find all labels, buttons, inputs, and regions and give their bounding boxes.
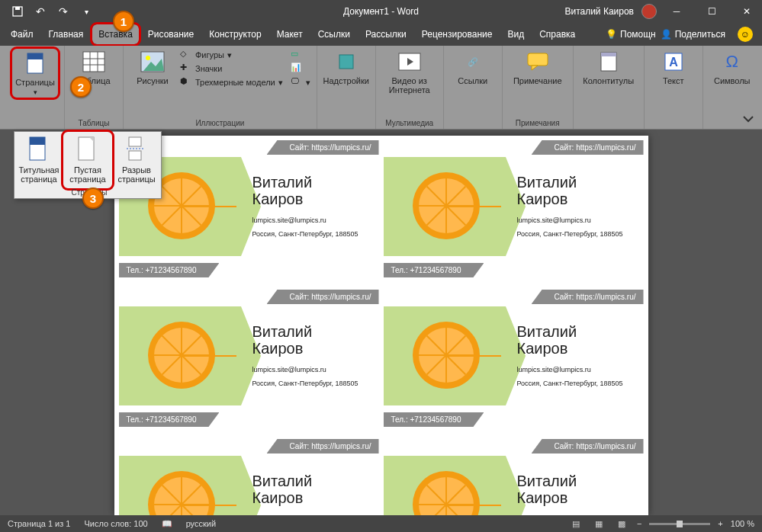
card-address: Россия, Санкт-Петербург, 188505	[252, 380, 358, 387]
tab-layout[interactable]: Макет	[271, 24, 309, 44]
user-avatar[interactable]	[641, 4, 657, 19]
addins-icon	[333, 49, 359, 75]
business-card: Сайт: https://lumpics.ru/ ВиталийКаировl…	[384, 290, 644, 434]
status-word-count[interactable]: Число слов: 100	[84, 519, 147, 528]
addins-button[interactable]: Надстройки	[323, 49, 369, 85]
pictures-button[interactable]: Рисунки	[130, 49, 175, 85]
page-break-button[interactable]: Разрыв страницы	[112, 132, 161, 188]
smartart-button[interactable]: ▭	[291, 49, 310, 61]
tab-references[interactable]: Ссылки	[312, 24, 356, 44]
card-address: Россия, Санкт-Петербург, 188505	[517, 230, 623, 238]
qat-more-icon[interactable]: ▾	[76, 2, 96, 21]
tell-me[interactable]: 💡Помощн	[606, 29, 656, 40]
screenshot-button[interactable]: 🖵▾	[291, 76, 310, 88]
redo-icon[interactable]: ↷	[53, 2, 73, 21]
web-layout-icon[interactable]: ▩	[614, 518, 629, 530]
3d-label: Трехмерные модели	[195, 78, 275, 87]
tab-file[interactable]: Файл	[5, 24, 40, 44]
maximize-button[interactable]: ☐	[696, 0, 727, 23]
chart-button[interactable]: 📊	[291, 62, 310, 75]
status-language[interactable]: русский	[186, 519, 216, 528]
business-card: Сайт: https://lumpics.ru/ ВиталийКаировl…	[119, 439, 379, 515]
chevron-down-icon: ▾	[34, 88, 37, 96]
business-card: Сайт: https://lumpics.ru/ ВиталийКаировl…	[384, 140, 644, 285]
tab-mailings[interactable]: Рассылки	[359, 24, 413, 44]
lightbulb-icon: 💡	[606, 29, 617, 40]
annotation-badge-3: 3	[82, 187, 104, 209]
zoom-out-icon[interactable]: −	[637, 519, 641, 528]
smartart-icon: ▭	[291, 49, 303, 61]
feedback-icon[interactable]: ☺	[738, 27, 753, 42]
close-button[interactable]: ✕	[731, 0, 762, 23]
print-layout-icon[interactable]: ▦	[591, 518, 606, 530]
blank-page-icon	[76, 136, 99, 164]
document-title: Документ1 - Word	[343, 6, 419, 17]
header-footer-icon	[596, 49, 622, 75]
collapse-ribbon-icon[interactable]	[742, 114, 754, 124]
illustrations-group-label: Иллюстрации	[195, 117, 244, 127]
shapes-icon: ◇	[180, 49, 192, 61]
text-icon: A	[661, 49, 686, 75]
svg-rect-18	[601, 53, 616, 56]
page-break-label: Разрыв страницы	[115, 165, 158, 184]
tab-review[interactable]: Рецензирование	[416, 24, 499, 44]
icons-button[interactable]: ✚Значки	[180, 62, 283, 75]
chart-icon: 📊	[291, 62, 303, 75]
text-button[interactable]: A Текст	[651, 49, 696, 85]
status-page[interactable]: Страница 1 из 1	[8, 519, 70, 528]
blank-page-button[interactable]: Пустая страница	[63, 132, 112, 188]
svg-text:A: A	[669, 56, 678, 69]
online-video-button[interactable]: Видео из Интернета	[382, 49, 437, 95]
save-icon[interactable]	[8, 2, 27, 21]
comment-button[interactable]: Примечание	[509, 49, 567, 85]
card-tel: Тел.: +71234567890	[119, 263, 220, 277]
3d-models-button[interactable]: ⬢Трехмерные модели ▾	[180, 76, 283, 88]
card-site: Сайт: https://lumpics.ru/	[532, 140, 644, 155]
card-site: Сайт: https://lumpics.ru/	[267, 140, 379, 155]
undo-icon[interactable]: ↶	[31, 2, 50, 21]
zoom-level[interactable]: 100 %	[731, 519, 754, 528]
card-firstname: Виталий	[252, 323, 358, 340]
cover-page-icon	[27, 136, 50, 164]
svg-rect-22	[30, 137, 45, 145]
header-footer-button[interactable]: Колонтитулы	[580, 49, 638, 85]
zoom-in-icon[interactable]: +	[718, 519, 722, 528]
tab-home[interactable]: Главная	[43, 24, 90, 44]
blank-page-label: Пустая страница	[66, 165, 109, 184]
symbols-button[interactable]: Ω Символы	[709, 49, 755, 85]
header-footer-label: Колонтитулы	[583, 76, 634, 85]
card-email: lumpics.site@lumpics.ru	[252, 216, 358, 224]
shapes-button[interactable]: ◇Фигуры ▾	[180, 49, 283, 61]
status-spellcheck-icon[interactable]: 📖	[162, 519, 172, 529]
share-button[interactable]: 👤Поделиться	[661, 29, 725, 40]
links-icon: 🔗	[460, 49, 486, 75]
card-email: lumpics.site@lumpics.ru	[517, 366, 623, 373]
svg-rect-23	[79, 137, 94, 160]
card-firstname: Виталий	[252, 473, 358, 489]
tab-design[interactable]: Конструктор	[203, 24, 267, 44]
pages-button[interactable]: Страницы ▾	[12, 49, 58, 98]
tab-help[interactable]: Справка	[533, 24, 581, 44]
links-button[interactable]: 🔗 Ссылки	[450, 49, 496, 85]
icons-icon: ✚	[180, 62, 192, 75]
shapes-label: Фигуры	[195, 50, 224, 59]
card-lastname: Каиров	[517, 340, 623, 357]
read-mode-icon[interactable]: ▤	[568, 518, 584, 530]
cover-page-button[interactable]: Титульная страница	[14, 132, 63, 188]
pages-label: Страницы	[15, 78, 55, 87]
comment-label: Примечание	[513, 76, 562, 85]
icons-label: Значки	[195, 64, 222, 73]
card-firstname: Виталий	[517, 473, 623, 489]
page-break-icon	[125, 136, 148, 164]
minimize-button[interactable]: ─	[661, 0, 692, 23]
tab-draw[interactable]: Рисование	[142, 24, 200, 44]
user-name: Виталий Каиров	[564, 6, 634, 17]
pages-icon	[22, 50, 48, 76]
tab-view[interactable]: Вид	[501, 24, 530, 44]
card-address: Россия, Санкт-Петербург, 188505	[252, 230, 358, 238]
comments-group-label: Примечания	[516, 117, 560, 127]
svg-rect-26	[129, 151, 141, 160]
zoom-slider[interactable]	[649, 523, 710, 525]
annotation-badge-1: 1	[113, 11, 134, 32]
svg-marker-16	[532, 66, 538, 70]
